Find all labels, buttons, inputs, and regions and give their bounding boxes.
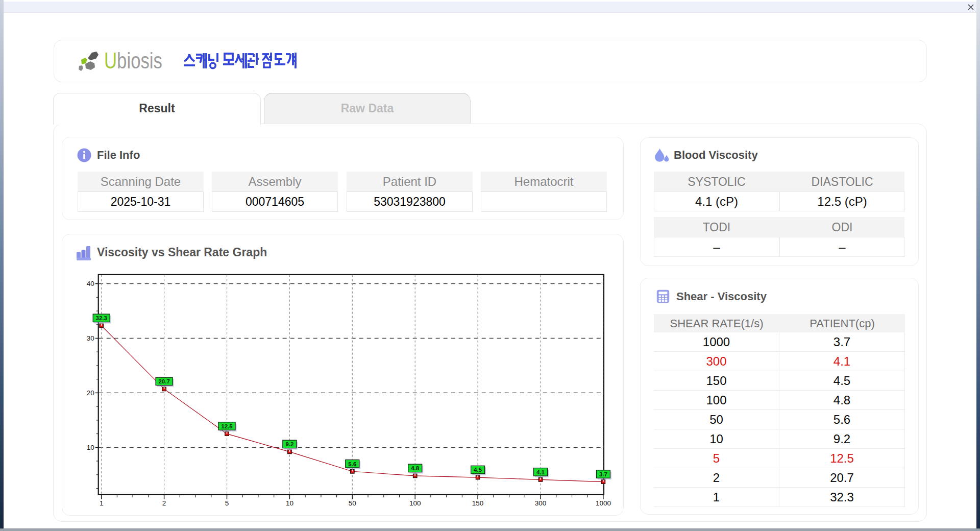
svg-text:4.5: 4.5 bbox=[474, 467, 482, 473]
svg-text:20.7: 20.7 bbox=[158, 378, 169, 384]
svg-text:9.2: 9.2 bbox=[285, 441, 293, 447]
svg-text:4.1: 4.1 bbox=[536, 469, 545, 475]
svg-text:50: 50 bbox=[349, 499, 356, 507]
svg-text:30: 30 bbox=[87, 334, 94, 342]
svg-text:150: 150 bbox=[472, 499, 484, 507]
svg-text:10: 10 bbox=[286, 499, 293, 507]
svg-text:12.5: 12.5 bbox=[221, 423, 233, 429]
svg-text:300: 300 bbox=[535, 499, 547, 507]
svg-text:10: 10 bbox=[87, 444, 94, 451]
svg-text:2: 2 bbox=[162, 499, 166, 507]
svg-text:5: 5 bbox=[225, 499, 229, 507]
svg-text:3.7: 3.7 bbox=[599, 471, 607, 477]
svg-text:40: 40 bbox=[87, 280, 94, 287]
svg-text:1: 1 bbox=[100, 499, 104, 507]
svg-text:1000: 1000 bbox=[596, 499, 611, 507]
svg-text:4.8: 4.8 bbox=[411, 465, 420, 471]
svg-text:20: 20 bbox=[87, 389, 94, 397]
svg-text:100: 100 bbox=[409, 499, 421, 507]
svg-text:32.3: 32.3 bbox=[96, 315, 107, 321]
svg-text:5.6: 5.6 bbox=[348, 461, 356, 467]
